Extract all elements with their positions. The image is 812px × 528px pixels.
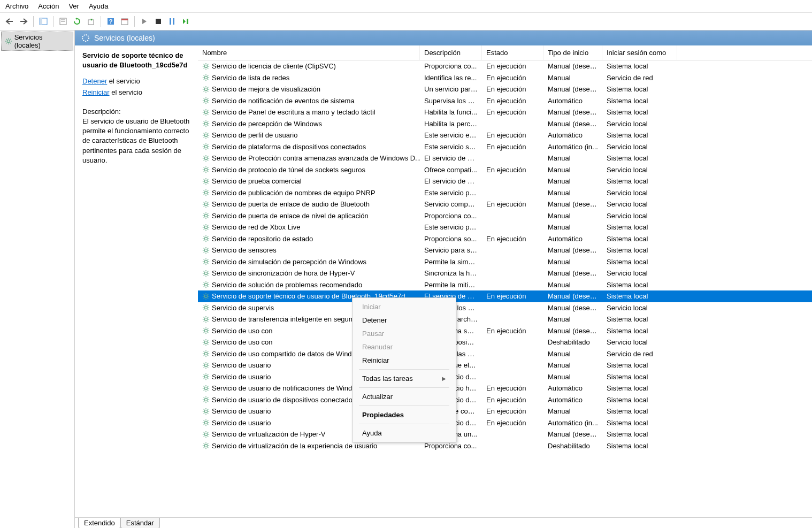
service-row[interactable]: Servicio de prueba comercialEl servicio …: [198, 175, 812, 187]
service-state: [482, 376, 543, 377]
service-row[interactable]: Servicio de publicación de nombres de eq…: [198, 187, 812, 199]
service-row[interactable]: Servicio de transferencia inteligente en…: [198, 313, 812, 325]
service-row[interactable]: Servicio de usuario de notificaciones de…: [198, 382, 812, 394]
service-startup: Manual: [543, 407, 602, 416]
service-icon: [202, 431, 210, 438]
service-row[interactable]: Servicio de protocolo de túnel de socket…: [198, 164, 812, 176]
service-icon: [202, 86, 210, 93]
service-row[interactable]: Servicio de usuarioPermite que el s...Ma…: [198, 359, 812, 371]
service-row[interactable]: Servicio de puerta de enlace de nivel de…: [198, 210, 812, 222]
refresh-button[interactable]: [71, 15, 83, 28]
column-name[interactable]: Nombre: [198, 45, 420, 60]
column-logon[interactable]: Iniciar sesión como: [602, 45, 677, 60]
service-row[interactable]: Servicio de virtualización de la experie…: [198, 440, 812, 452]
services-icon: [81, 34, 90, 42]
service-icon: [202, 97, 210, 104]
service-description: Permite la mitig...: [420, 280, 482, 289]
back-button[interactable]: [3, 15, 16, 28]
context-menu-item[interactable]: Todas las tareas▶: [353, 372, 456, 385]
service-row[interactable]: Servicio de Protección contra amenazas a…: [198, 152, 812, 164]
service-logon: Sistema local: [602, 85, 677, 94]
service-row[interactable]: Servicio de usuarioEste servicio de ...E…: [198, 417, 812, 429]
tree-item-services[interactable]: Servicios (locales): [1, 32, 73, 51]
tab-standard[interactable]: Estándar: [120, 518, 160, 528]
service-row[interactable]: Servicio de sensoresServicio para se...M…: [198, 244, 812, 256]
service-startup: Deshabilitado: [543, 338, 602, 347]
service-row[interactable]: Servicio de virtualización de Hyper-VPro…: [198, 428, 812, 440]
service-row[interactable]: Servicio de mejora de visualizaciónUn se…: [198, 83, 812, 95]
context-menu-item[interactable]: Propiedades: [353, 408, 456, 422]
service-logon: Sistema local: [602, 430, 677, 439]
service-logon: Servicio local: [602, 142, 677, 151]
service-startup: Automático: [543, 395, 602, 404]
context-menu-item[interactable]: Ayuda: [353, 426, 456, 440]
service-startup: Manual: [543, 188, 602, 197]
service-row[interactable]: Servicio de soporte técnico de usuario d…: [198, 290, 812, 302]
service-row[interactable]: Servicio de puerta de enlace de audio de…: [198, 198, 812, 210]
restart-service-button[interactable]: [180, 15, 193, 28]
service-logon: Sistema local: [602, 234, 677, 243]
service-state: [482, 192, 543, 193]
service-row[interactable]: Servicio de notificación de eventos de s…: [198, 95, 812, 107]
service-row[interactable]: Servicio de usuarioServicio de com...En …: [198, 405, 812, 417]
service-logon: Servicio local: [602, 119, 677, 128]
menu-ver[interactable]: Ver: [68, 2, 79, 10]
service-row[interactable]: Servicio de solución de problemas recome…: [198, 279, 812, 291]
service-icon: [202, 201, 210, 208]
service-name: Servicio de usuario: [212, 419, 271, 427]
service-row[interactable]: Servicio de supervisSupervisa los di...M…: [198, 302, 812, 314]
service-state: [482, 353, 543, 354]
column-description[interactable]: Descripción: [420, 45, 482, 60]
service-row[interactable]: Servicio de uso conOfrece la posibil...D…: [198, 336, 812, 348]
service-row[interactable]: Servicio de usuarioEste servicio de ...M…: [198, 371, 812, 383]
svg-rect-22: [187, 19, 188, 24]
services-icon: [5, 37, 12, 45]
service-row[interactable]: Servicio de sincronización de hora de Hy…: [198, 267, 812, 279]
service-description: Servicio compat...: [420, 200, 482, 209]
menu-archivo[interactable]: Archivo: [5, 2, 28, 10]
service-row[interactable]: Servicio de simulación de percepción de …: [198, 256, 812, 268]
service-state: [482, 261, 543, 262]
start-service-button[interactable]: [138, 15, 151, 28]
pause-service-button[interactable]: [166, 15, 179, 28]
column-startup[interactable]: Tipo de inicio: [543, 45, 602, 60]
forward-button[interactable]: [17, 15, 30, 28]
service-row[interactable]: Servicio de usuario de dispositivos cone…: [198, 394, 812, 406]
column-state[interactable]: Estado: [482, 45, 543, 60]
svg-rect-14: [88, 20, 94, 25]
service-row[interactable]: Servicio de lista de redesIdentifica las…: [198, 72, 812, 84]
properties-button[interactable]: [57, 15, 70, 28]
menu-ayuda[interactable]: Ayuda: [89, 2, 109, 10]
context-menu-item[interactable]: Detener: [353, 313, 456, 327]
service-row[interactable]: Servicio de red de Xbox LiveEste servici…: [198, 221, 812, 233]
service-row[interactable]: Servicio de perfil de usuarioEste servic…: [198, 129, 812, 141]
show-hide-tree-button[interactable]: [37, 15, 50, 28]
context-menu-separator: [359, 424, 449, 424]
service-startup: Automático: [543, 96, 602, 105]
service-name: Servicio de virtualización de la experie…: [212, 442, 377, 450]
service-row[interactable]: Servicio de uso conProporciona ser...En …: [198, 325, 812, 337]
calendar-button[interactable]: [118, 15, 131, 28]
service-name: Servicio de puerta de enlace de nivel de…: [212, 212, 369, 220]
menu-accion[interactable]: Acción: [38, 2, 59, 10]
service-row[interactable]: Servicio de Panel de escritura a mano y …: [198, 106, 812, 118]
service-row[interactable]: Servicio de uso compartido de datos de W…: [198, 348, 812, 360]
context-menu-separator: [359, 387, 449, 388]
service-row[interactable]: Servicio de repositorio de estadoProporc…: [198, 233, 812, 245]
tab-extended[interactable]: Extendido: [78, 518, 121, 528]
service-row[interactable]: Servicio de percepción de WindowsHabilit…: [198, 118, 812, 130]
stop-service-button[interactable]: [152, 15, 165, 28]
help-button[interactable]: ?: [104, 15, 117, 28]
service-name: Servicio de simulación de percepción de …: [212, 258, 366, 266]
service-logon: Sistema local: [602, 395, 677, 404]
service-row[interactable]: Servicio de plataforma de dispositivos c…: [198, 141, 812, 153]
restart-link[interactable]: Reiniciar: [82, 88, 110, 96]
context-menu-item[interactable]: Actualizar: [353, 390, 456, 403]
export-button[interactable]: [85, 15, 97, 28]
menubar: Archivo Acción Ver Ayuda: [0, 0, 812, 13]
service-icon: [202, 212, 210, 219]
service-row[interactable]: Servicio de licencia de cliente (ClipSVC…: [198, 60, 812, 72]
service-logon: Sistema local: [602, 441, 677, 450]
context-menu-item[interactable]: Reiniciar: [353, 354, 456, 367]
stop-link[interactable]: Detener: [82, 77, 107, 85]
